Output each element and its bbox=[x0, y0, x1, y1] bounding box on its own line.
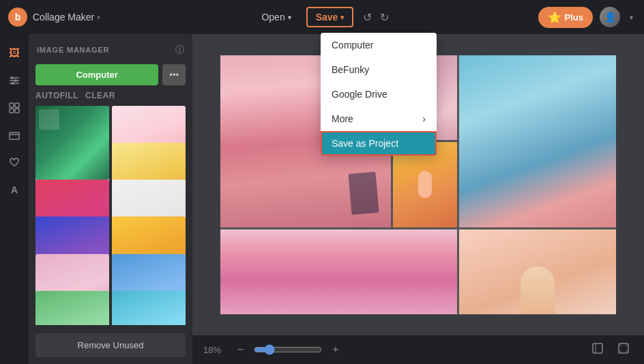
tool-heart[interactable] bbox=[3, 152, 25, 173]
svg-rect-10 bbox=[10, 132, 19, 139]
tool-adjust[interactable] bbox=[3, 70, 25, 92]
tool-layout[interactable] bbox=[3, 97, 25, 119]
zoom-slider[interactable] bbox=[254, 344, 322, 355]
clear-button[interactable]: CLEAR bbox=[85, 91, 115, 100]
upload-row: Computer ••• bbox=[35, 64, 186, 85]
redo-button[interactable]: ↻ bbox=[377, 8, 392, 27]
svg-point-3 bbox=[11, 76, 14, 79]
collage-cell-3[interactable] bbox=[459, 55, 616, 227]
list-item[interactable] bbox=[112, 291, 186, 325]
svg-rect-12 bbox=[593, 344, 602, 353]
dropdown-item-computer[interactable]: Computer bbox=[321, 33, 437, 57]
zoom-out-button[interactable]: − bbox=[234, 342, 247, 357]
zoom-percent: 18% bbox=[203, 345, 227, 355]
dropdown-item-more[interactable]: More › bbox=[321, 107, 437, 131]
autofill-row: AUTOFILL CLEAR bbox=[35, 91, 186, 100]
zoom-in-button[interactable]: + bbox=[329, 342, 342, 357]
upload-computer-button[interactable]: Computer bbox=[35, 64, 158, 85]
app-title[interactable]: Collage Maker ▾ bbox=[33, 12, 100, 23]
svg-rect-9 bbox=[15, 109, 19, 113]
autofill-button[interactable]: AUTOFILL bbox=[35, 91, 78, 100]
logo-area: b Collage Maker ▾ bbox=[8, 8, 100, 27]
plus-button[interactable]: ⭐ Plus bbox=[538, 7, 593, 28]
list-item[interactable] bbox=[35, 106, 109, 180]
sidebar-header: Image Manager ⓘ bbox=[35, 41, 186, 59]
left-toolbar: 🖼 bbox=[0, 34, 29, 364]
tool-shape[interactable] bbox=[3, 124, 25, 146]
collage-cell-6[interactable] bbox=[459, 229, 616, 315]
svg-point-4 bbox=[14, 79, 17, 82]
more-arrow-icon: › bbox=[422, 113, 426, 124]
undo-button[interactable]: ↺ bbox=[360, 8, 375, 27]
info-icon[interactable]: ⓘ bbox=[175, 44, 184, 56]
expand-button[interactable] bbox=[614, 340, 633, 359]
avatar[interactable]: 👤 bbox=[600, 7, 620, 27]
svg-point-5 bbox=[12, 82, 14, 85]
svg-rect-6 bbox=[10, 103, 14, 107]
list-item[interactable] bbox=[35, 291, 109, 325]
upload-more-button[interactable]: ••• bbox=[162, 64, 186, 85]
undo-redo-group: ↺ ↻ bbox=[360, 8, 392, 27]
avatar-dropdown-button[interactable]: ▾ bbox=[627, 12, 636, 23]
image-grid bbox=[35, 106, 186, 325]
save-button[interactable]: Save ▾ bbox=[306, 7, 354, 27]
dropdown-item-google-drive[interactable]: Google Drive bbox=[321, 82, 437, 107]
header: b Collage Maker ▾ Open ▾ Save ▾ ↺ ↻ ⭐ Pl… bbox=[0, 0, 644, 34]
bottom-toolbar: 18% − + bbox=[192, 335, 644, 364]
save-dropdown-menu: Computer BeFunky Google Drive More › Sav… bbox=[321, 33, 437, 156]
tool-image[interactable]: 🖼 bbox=[3, 42, 25, 64]
remove-unused-button[interactable]: Remove Unused bbox=[35, 333, 186, 357]
logo-icon: b bbox=[8, 8, 27, 27]
fullscreen-button[interactable] bbox=[588, 340, 607, 359]
sidebar: Image Manager ⓘ Computer ••• AUTOFILL CL… bbox=[29, 34, 192, 364]
dropdown-item-save-as-project[interactable]: Save as Project bbox=[321, 131, 437, 156]
svg-rect-7 bbox=[15, 103, 19, 107]
tool-text[interactable]: A bbox=[3, 179, 25, 201]
svg-rect-8 bbox=[10, 109, 14, 113]
open-button[interactable]: Open ▾ bbox=[253, 8, 299, 27]
collage-cell-5[interactable] bbox=[220, 229, 457, 315]
sidebar-title: Image Manager bbox=[37, 46, 109, 54]
dropdown-item-befunky[interactable]: BeFunky bbox=[321, 57, 437, 82]
